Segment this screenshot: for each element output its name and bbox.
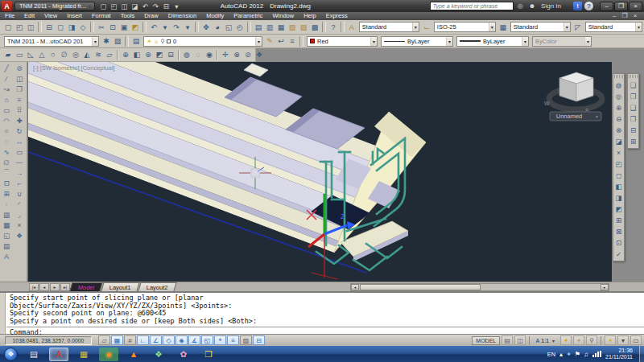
workspace-select[interactable]: TNM 2011 - M...utoCAD 201▾ [4,36,99,47]
polygon-icon[interactable]: ⌂ [1,94,12,105]
3d-object-snap-toggle[interactable]: ◈ [175,335,188,345]
zoom-window-icon[interactable]: ◱ [223,22,234,33]
pan-icon[interactable]: ✥ [200,22,212,33]
dynamic-input-toggle[interactable]: ⌖ [214,335,226,345]
object-snap-toggle[interactable]: ◇ [163,335,175,345]
check-icon[interactable]: ✓ [613,249,624,260]
plot-icon[interactable]: ⊟ [161,2,171,11]
3d-array-icon[interactable]: ❖ [254,49,265,60]
offset-faces-icon[interactable]: ◪ [613,136,624,147]
quick-view-layouts-icon[interactable]: ▤ [502,335,513,345]
union-icon[interactable]: ◍ [181,49,192,60]
scroll-left-arrow[interactable]: ◂ [351,284,359,290]
undo-icon[interactable]: ↶ [140,2,151,11]
multileader-style-select[interactable]: Standard▾ [585,22,642,32]
paste-icon[interactable]: ▣ [118,22,130,33]
text-to-front-icon[interactable]: ⊟ [628,125,638,136]
construction-line-icon[interactable]: ⁄ [1,73,12,84]
subtract-icon[interactable]: ◎ [613,91,624,102]
menu-draw[interactable]: Draw [139,12,163,20]
send-to-back-icon[interactable]: ❐ [628,91,638,102]
markup-icon[interactable]: ▨ [298,22,309,33]
clean-icon[interactable]: ⊠ [613,226,624,237]
mirror-icon[interactable]: ❐ [14,84,25,94]
multileader-style-icon[interactable]: ◸ [572,22,584,33]
object-color-select[interactable]: Red ▾ [307,36,378,47]
close-button[interactable]: × [629,2,642,11]
cylinder-icon[interactable]: ∅ [59,49,70,60]
workspace-settings-icon[interactable]: ✱ [101,35,112,47]
tabs-first-button[interactable]: |◂ [29,283,39,291]
workspace-window-icon[interactable]: ▨ [112,35,123,47]
lineweight-toggle[interactable]: ≡ [227,335,239,345]
match-properties-icon[interactable]: ◩ [130,22,141,33]
layer-select[interactable]: ☀ ☼ ⚲ 0 ▾ [143,36,262,47]
taskbar-vlc[interactable]: ▲ [124,348,143,361]
menu-insert[interactable]: Insert [62,12,87,20]
infer-constraints-toggle[interactable]: ▱ [98,335,110,345]
redo-icon[interactable]: ↷ [171,22,182,33]
table-style-icon[interactable]: ▦ [497,22,509,33]
array-icon[interactable]: ⠿ [14,105,25,115]
presspull-icon[interactable]: ⊕ [120,49,131,60]
3ddwf-icon[interactable]: ◇ [77,22,89,33]
open-icon[interactable]: ◰ [109,2,119,11]
clock[interactable]: 21:36 21/11/2011 [605,348,635,360]
3d-move-icon[interactable]: ✛ [220,49,231,60]
menu-modify[interactable]: Modify [201,12,229,20]
save-icon[interactable]: ◫ [119,2,130,11]
open-icon[interactable]: ◰ [14,22,25,33]
loft-icon[interactable]: ⊟ [165,49,176,60]
taskbar-explorer[interactable]: ❒ [199,348,218,361]
ortho-mode-toggle[interactable]: ∟ [137,335,149,345]
copy-faces-icon[interactable]: ◧ [613,181,624,192]
extrude-faces-icon[interactable]: ⊖ [613,113,624,125]
save-icon[interactable]: ◫ [25,22,36,33]
qnew-icon[interactable]: ▢ [98,2,109,11]
break-point-icon[interactable]: ⌐ [14,178,25,188]
dynamic-ucs-toggle[interactable]: ◱ [201,335,213,345]
transparency-toggle[interactable]: ▨ [240,335,252,345]
command-prompt[interactable]: Command: [0,328,644,336]
revolve-icon[interactable]: ⊛ [142,49,154,60]
tabs-next-button[interactable]: ▸ [50,283,60,291]
taper-faces-icon[interactable]: ◻ [613,170,624,181]
imprint-icon[interactable]: ⊞ [613,215,624,226]
sweep-icon[interactable]: ◩ [154,49,165,60]
menu-tools[interactable]: Tools [116,12,140,20]
bring-above-icon[interactable]: ❑ [628,102,638,113]
clean-screen-icon[interactable]: ▭ [630,335,642,345]
horizontal-scrollbar[interactable]: ◂ ▸ [350,283,609,291]
dimension-style-select[interactable]: ISO-25▾ [434,22,496,32]
quick-properties-toggle[interactable]: ⊟ [253,335,265,345]
plot-icon[interactable]: ⊟ [43,22,55,33]
send-under-icon[interactable]: ❒ [628,113,638,125]
union-icon[interactable]: ◍ [613,80,624,91]
layer-properties-manager-icon[interactable]: ▤ [130,35,142,47]
polyline-icon[interactable]: ↝ [1,84,12,94]
region-icon[interactable]: ◱ [1,230,12,241]
annotation-autoscale-icon[interactable]: ✦ [573,335,584,345]
start-button[interactable]: ❖ [4,348,18,361]
show-desktop-button[interactable] [639,346,644,362]
doc-close-button[interactable]: × [631,12,639,19]
menu-help[interactable]: Help [299,12,320,20]
stretch-icon[interactable]: ▭ [14,146,25,157]
hatch-icon[interactable]: ▨ [1,209,12,220]
menu-window[interactable]: Window [268,12,299,20]
polar-tracking-toggle[interactable]: ∠ [150,335,162,345]
zoom-realtime-icon[interactable]: ◕ [212,22,223,33]
line-icon[interactable]: ╱ [1,63,12,73]
table-icon[interactable]: ▤ [1,241,12,251]
sphere-icon[interactable]: ○ [47,49,59,60]
explode-icon[interactable]: ❖ [14,230,25,241]
command-window-grip[interactable] [0,293,6,334]
wedge-icon[interactable]: ◺ [25,49,36,60]
network-icon[interactable] [592,351,601,357]
gradient-icon[interactable]: ▦ [1,220,12,230]
doc-restore-button[interactable]: ❐ [621,12,629,19]
grid-display-toggle[interactable]: # [124,335,136,345]
3d-align-icon[interactable]: ⊘ [242,49,254,60]
shell-icon[interactable]: ⊡ [613,237,624,249]
undo-icon[interactable]: ↶ [148,22,159,33]
